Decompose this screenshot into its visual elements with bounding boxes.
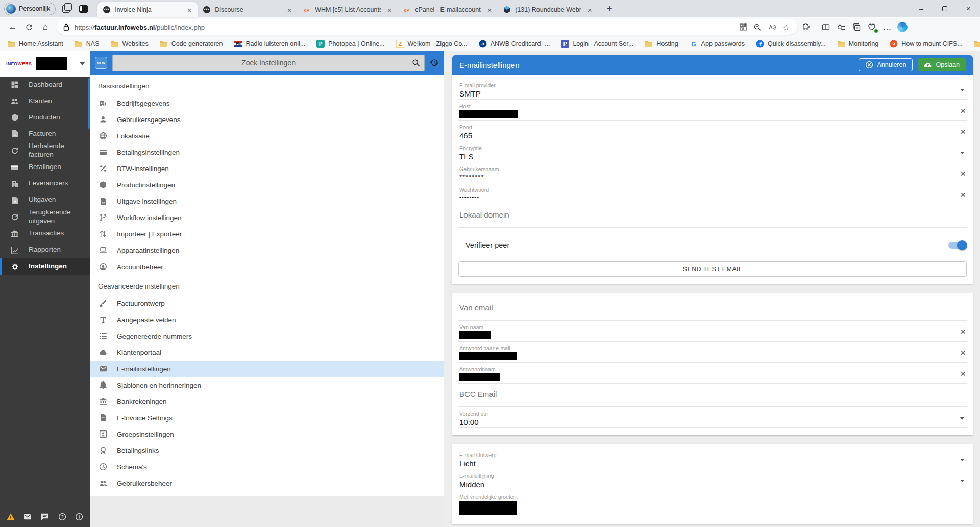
collections-button[interactable]	[849, 19, 864, 35]
clear-icon[interactable]: ×	[960, 169, 966, 178]
sidebar-item[interactable]: Uitgaven	[0, 192, 90, 208]
tab-close-icon[interactable]: ×	[585, 6, 594, 14]
settings-item[interactable]: BTW-instellingen	[90, 160, 444, 177]
browser-tab[interactable]: Invoice Ninja ×	[97, 2, 198, 17]
bookmark-item[interactable]: Monitoring	[837, 40, 878, 48]
refresh-button[interactable]	[21, 19, 37, 35]
favorites-button[interactable]	[834, 19, 849, 35]
settings-item[interactable]: Apparaatinstellingen	[90, 242, 444, 258]
settings-item[interactable]: Groepsinstellingen	[90, 426, 444, 442]
browser-tab[interactable]: cP cPanel - E-mailaccounts ×	[398, 2, 498, 17]
settings-item[interactable]: Schema's	[90, 459, 444, 475]
bookmark-item[interactable]: Hotels	[974, 40, 980, 48]
more-menu-button[interactable]: …	[879, 19, 895, 35]
reply-to-email-field[interactable]: Antwoord naar e-mail ×	[458, 342, 967, 363]
port-field[interactable]: Poort 465 ×	[458, 121, 967, 141]
browser-tab[interactable]: cP WHM [c5] List Accounts - 120.0.1 ×	[298, 2, 398, 17]
sidebar-item[interactable]: Rapporten	[0, 242, 90, 258]
bookmark-item[interactable]: G App passwords	[690, 40, 745, 48]
from-name-field[interactable]: Van naam ×	[458, 321, 967, 342]
clear-icon[interactable]: ×	[960, 348, 966, 357]
settings-item[interactable]: Uitgave instellingen	[90, 193, 444, 209]
maximize-button[interactable]	[933, 0, 957, 17]
bookmark-item[interactable]: Home Assistant	[7, 40, 63, 48]
clear-icon[interactable]: ×	[960, 369, 966, 378]
bookmark-item[interactable]: NAS	[75, 40, 100, 48]
help-icon[interactable]: ?	[58, 513, 67, 521]
save-button[interactable]: Opslaan	[918, 58, 966, 71]
back-button[interactable]: ←	[5, 19, 20, 35]
settings-item[interactable]: E-Invoice Settings	[90, 410, 444, 426]
settings-item[interactable]: Workflow instellingen	[90, 209, 444, 226]
bookmark-item[interactable]: a ANWB Creditcard -...	[479, 40, 550, 48]
username-field[interactable]: Gebruikersnaam ******** ×	[458, 162, 967, 183]
home-button[interactable]: ⌂	[38, 19, 53, 35]
settings-item[interactable]: Gegenereerde nummers	[90, 328, 444, 344]
warning-icon[interactable]	[6, 513, 15, 521]
cancel-button[interactable]: Annuleren	[859, 58, 913, 71]
settings-item[interactable]: Klantenportaal	[90, 344, 444, 361]
reply-to-name-field[interactable]: Antwoordnaam ×	[458, 363, 967, 384]
tab-close-icon[interactable]: ×	[285, 6, 293, 14]
settings-item[interactable]: E-mailinstellingen	[90, 361, 444, 377]
address-bar[interactable]: https://factuur.infowebs.nl/public/index…	[56, 19, 797, 35]
browser-tab[interactable]: (131) Roundcube Webmail :: Post ×	[498, 2, 598, 17]
send-hour-field[interactable]: Verzend uur 10:00	[458, 407, 967, 428]
workspaces-button[interactable]	[59, 2, 73, 16]
contact-mail-icon[interactable]	[23, 513, 33, 521]
settings-item[interactable]: Gebruikersbeheer	[90, 475, 444, 491]
tab-close-icon[interactable]: ×	[385, 6, 394, 14]
sidebar-item[interactable]: Betalingen	[0, 159, 90, 176]
split-screen-button[interactable]	[818, 19, 834, 35]
sidebar-item[interactable]: Facturen	[0, 126, 90, 142]
encryption-field[interactable]: Encryptie TLS	[458, 141, 967, 162]
sidebar-item[interactable]: Dashboard	[0, 77, 90, 93]
email-alignment-field[interactable]: E-mailuitlijning Midden	[458, 469, 967, 490]
clear-icon[interactable]: ×	[960, 127, 966, 136]
vertical-tabs-button[interactable]	[76, 2, 90, 16]
local-domain-field[interactable]: Lokaal domein	[458, 204, 967, 228]
extensions-button[interactable]	[798, 19, 814, 35]
clear-icon[interactable]: ×	[960, 327, 966, 337]
search-input[interactable]	[113, 55, 424, 71]
signature-field[interactable]: Met vriendelijke groeten,	[458, 490, 967, 517]
close-button[interactable]: ×	[957, 0, 980, 17]
clear-icon[interactable]: ×	[960, 189, 966, 199]
email-design-field[interactable]: E-mail Ontwerp Licht	[458, 448, 967, 469]
sidebar-item[interactable]: Transacties	[0, 226, 90, 242]
settings-item[interactable]: Accountbeheer	[90, 258, 444, 275]
company-selector[interactable]: INFOWEBS	[0, 51, 90, 77]
apps-launcher-button[interactable]	[736, 20, 750, 34]
sidebar-item[interactable]: Producten	[0, 109, 90, 126]
verify-peer-toggle[interactable]	[948, 242, 966, 249]
sidebar-item[interactable]: Klanten	[0, 93, 90, 109]
sidebar-item[interactable]: Instellingen	[0, 258, 90, 275]
browser-essentials-button[interactable]	[864, 19, 879, 35]
password-field[interactable]: Wachtwoord •••••••• ×	[458, 183, 967, 204]
settings-item[interactable]: Bankrekeningen	[90, 393, 444, 410]
bookmark-item[interactable]: How to mount CIFS...	[890, 40, 962, 48]
bcc-email-field[interactable]: BCC Email	[458, 384, 967, 407]
bookmark-item[interactable]: P Login - Account Ser...	[561, 40, 633, 48]
bookmark-item[interactable]: Websites	[111, 40, 149, 48]
send-test-email-button[interactable]: SEND TEST EMAIL	[458, 261, 967, 277]
browser-tab[interactable]: Discourse ×	[198, 2, 298, 17]
sidebar-item[interactable]: Leveranciers	[0, 176, 90, 192]
settings-item[interactable]: Productinstellingen	[90, 177, 444, 193]
bookmark-item[interactable]: f Quick disassembly...	[756, 40, 826, 48]
history-button[interactable]	[430, 59, 438, 67]
bookmark-item[interactable]: Z Welkom - Ziggo Co...	[396, 40, 468, 48]
chat-icon[interactable]	[40, 513, 50, 521]
minimize-button[interactable]: –	[910, 0, 933, 17]
tab-close-icon[interactable]: ×	[485, 6, 494, 14]
clear-icon[interactable]: ×	[960, 106, 966, 115]
settings-item[interactable]: Importeer | Exporteer	[90, 226, 444, 242]
sidebar-item[interactable]: Terugkerende uitgaven	[0, 208, 90, 226]
email-provider-field[interactable]: E-mail provider SMTP	[458, 79, 967, 100]
sidebar-item[interactable]: Herhalende facturen	[0, 142, 90, 159]
bookmark-item[interactable]: FM Radio luisteren onli...	[234, 40, 306, 48]
settings-item[interactable]: Sjablonen en herinneringen	[90, 377, 444, 393]
zoom-button[interactable]	[750, 20, 765, 34]
tab-close-icon[interactable]: ×	[185, 6, 193, 14]
settings-item[interactable]: Gebruikersgegevens	[90, 111, 444, 128]
